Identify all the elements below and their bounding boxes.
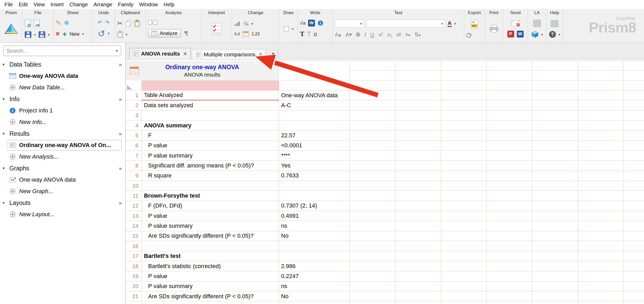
tab-list-dropdown-icon[interactable]: ▾ [272,51,274,57]
info-icon[interactable]: i [318,20,323,26]
empty-cell[interactable] [532,80,578,90]
underline-button[interactable]: U [370,31,374,38]
text-box-button[interactable]: T [307,30,311,38]
empty-cell[interactable] [578,181,624,191]
row-label-cell[interactable]: Data sets analyzed [142,100,279,110]
row-label-cell[interactable]: Table Analyzed [142,90,279,100]
sidebar-item-new-analysis[interactable]: New Analysis... [0,151,125,162]
empty-cell[interactable] [624,221,644,231]
empty-cell[interactable] [441,181,487,191]
empty-cell[interactable] [624,161,644,171]
open-project-button[interactable] [34,20,40,28]
empty-cell[interactable] [624,90,644,100]
empty-cell[interactable] [532,301,578,304]
line-spacing-button[interactable]: ⇅▾ [414,31,421,38]
row-label-cell[interactable]: P value [142,271,279,281]
row-value-cell[interactable] [279,251,350,261]
freeze-sheet-button[interactable]: ❄ [64,20,69,26]
row-label-cell[interactable]: P value [142,211,279,221]
empty-cell[interactable] [441,281,487,291]
empty-cell[interactable] [487,271,532,281]
empty-cell[interactable] [441,301,487,304]
empty-cell[interactable] [578,291,624,301]
empty-cell[interactable] [395,121,441,131]
column-header-cell[interactable] [279,80,350,90]
select-all-corner[interactable]: ◣ [126,80,142,90]
row-label-cell[interactable] [142,241,279,251]
row-label-cell[interactable]: ANOVA summary [142,121,279,131]
empty-cell[interactable] [532,90,578,100]
empty-cell[interactable] [441,291,487,301]
row-number[interactable]: 17 [126,251,142,261]
empty-cell[interactable] [395,80,441,90]
row-value-cell[interactable] [279,121,350,131]
row-value-cell[interactable]: No [279,291,350,301]
empty-cell[interactable] [578,141,624,151]
row-value-cell[interactable]: 0.4991 [279,211,350,221]
empty-cell[interactable] [624,281,644,291]
empty-cell[interactable] [350,281,395,291]
empty-cell[interactable] [578,161,624,171]
row-label-cell[interactable]: P value [142,141,279,151]
menu-item-change[interactable]: Change [67,1,91,8]
empty-cell[interactable] [395,211,441,221]
row-value-cell[interactable] [279,111,350,121]
empty-cell[interactable] [350,161,395,171]
row-label-cell[interactable]: Bartlett's test [142,251,279,261]
chevron-down-icon[interactable]: ▾ [3,166,9,171]
menu-item-arrange[interactable]: Arrange [91,1,115,8]
empty-cell[interactable] [350,201,395,211]
empty-cell[interactable] [441,90,487,100]
empty-cell[interactable] [487,90,532,100]
empty-cell[interactable] [395,221,441,231]
empty-cell[interactable] [487,261,532,271]
empty-cell[interactable] [624,151,644,161]
interpret-checklist-button[interactable] [212,23,222,35]
row-number[interactable]: 11 [126,191,142,201]
row-label-cell[interactable] [142,111,279,121]
help-button[interactable]: ? [549,31,556,38]
redo-small-button[interactable]: ↷ [105,20,110,25]
close-tab-icon[interactable]: × [183,50,187,57]
row-label-cell[interactable]: F (DFn, DFd) [142,201,279,211]
empty-cell[interactable] [350,121,395,131]
empty-cell[interactable] [441,111,487,121]
empty-cell[interactable] [395,141,441,151]
search-dropdown-icon[interactable]: ▾ [116,48,118,53]
empty-cell[interactable] [350,141,395,151]
empty-cell[interactable] [487,201,532,211]
empty-cell[interactable] [624,261,644,271]
empty-cell[interactable] [578,121,624,131]
empty-cell[interactable] [578,271,624,281]
empty-cell[interactable] [578,301,624,304]
help-dropdown-icon[interactable]: ▾ [559,32,560,36]
row-label-cell[interactable]: P value summary [142,281,279,291]
empty-cell[interactable] [624,121,644,131]
row-label-cell[interactable]: Brown-Forsythe test [142,191,279,201]
row-value-cell[interactable] [279,241,350,251]
analyze-button[interactable]: Analyze [148,29,181,37]
row-number[interactable]: 14 [126,221,142,231]
empty-cell[interactable] [532,261,578,271]
copy-button[interactable] [125,20,132,27]
sidebar-item-ordinary-one-way-anova-of-on[interactable]: Ordinary one-way ANOVA of On... [0,139,125,151]
row-value-cell[interactable] [279,301,350,304]
row-label-cell[interactable]: F [142,131,279,140]
empty-cell[interactable] [350,261,395,271]
empty-cell[interactable] [395,131,441,140]
empty-cell[interactable] [624,171,644,181]
empty-cell[interactable] [487,131,532,140]
row-number[interactable]: 8 [126,161,142,171]
empty-cell[interactable] [578,80,624,90]
draw-shape-button[interactable] [283,26,289,32]
empty-cell[interactable] [624,111,644,121]
empty-cell[interactable] [441,100,487,110]
empty-cell[interactable] [350,301,395,304]
empty-cell[interactable] [578,100,624,110]
section-expand-button[interactable]: » [119,200,121,206]
new-project-button[interactable] [25,20,31,28]
empty-cell[interactable] [350,111,395,121]
layout-cube-button[interactable] [531,31,539,38]
row-label-cell[interactable]: Significant diff. among means (P < 0.05)… [142,161,279,171]
empty-cell[interactable] [441,151,487,161]
